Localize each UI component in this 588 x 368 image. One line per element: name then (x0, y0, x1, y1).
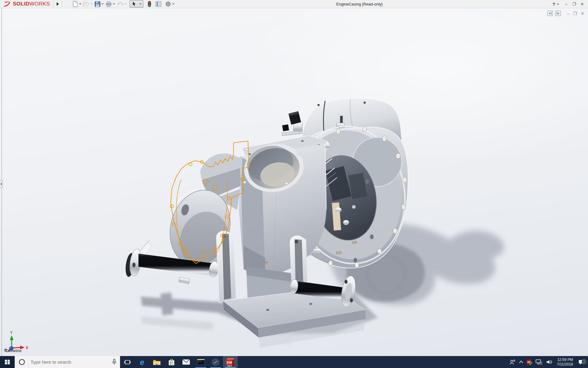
microphone-icon[interactable] (112, 359, 116, 365)
notification-badge: 3 (582, 359, 586, 364)
close-button[interactable]: ✕ (578, 2, 586, 6)
windows-logo-icon (5, 360, 10, 365)
hexagon-app-icon (212, 358, 220, 366)
taskbar-edge[interactable]: e (135, 356, 149, 368)
green-check-icon (529, 362, 533, 365)
taskbar-store[interactable] (164, 356, 179, 368)
appearance-stoplight-button[interactable] (148, 1, 151, 7)
properties-list-icon (156, 1, 161, 7)
solidworks-app-icon: SW 2017 (226, 358, 234, 366)
app-titlebar: SOLIDWORKS (0, 0, 588, 8)
network-icon[interactable] (536, 359, 542, 365)
brand-text: SOLIDWORKS (13, 1, 50, 7)
quick-toolbar (73, 0, 176, 8)
select-tool-button[interactable] (130, 0, 143, 8)
window-title: EngineCasing [Read-only] (336, 0, 383, 8)
file-explorer-icon (153, 359, 161, 365)
toolbar-flyout-button[interactable] (53, 1, 62, 7)
taskbar-mail[interactable] (179, 356, 194, 368)
restore-button[interactable]: ❐ (570, 2, 578, 6)
tray-expand-chevron-icon[interactable] (520, 360, 522, 364)
cortana-icon (19, 359, 25, 365)
new-document-icon (73, 1, 78, 7)
feature-panel-collapse-tab[interactable] (0, 180, 3, 188)
save-button[interactable] (95, 1, 104, 7)
open-button[interactable] (83, 1, 93, 7)
clock-date: 7/11/2018 (557, 362, 573, 366)
gear-icon (165, 1, 171, 7)
action-center-button[interactable]: 3 (576, 359, 586, 365)
people-icon[interactable] (509, 359, 515, 365)
solidworks-monitor-icon[interactable]: SW (527, 360, 531, 364)
store-icon (168, 358, 175, 366)
taskbar-solidworks[interactable]: SW 2017 (223, 356, 238, 368)
taskbar-command-prompt[interactable]: C:\_ (194, 356, 208, 368)
taskbar-hexagon-app[interactable] (208, 356, 223, 368)
graphics-viewport[interactable]: – ❐ ✕ Y X Z *Dimetric (0, 8, 588, 356)
stoplight-icon (148, 1, 151, 7)
minimize-button[interactable]: – (562, 2, 570, 6)
edge-icon: e (140, 358, 144, 366)
doc-minimize-button[interactable]: – (567, 11, 570, 16)
help-button[interactable]: ? (552, 2, 556, 7)
undo-arrow-icon (117, 1, 123, 7)
help-caret-icon[interactable] (557, 4, 559, 5)
print-icon (106, 1, 112, 7)
triad-y-label: Y (10, 331, 13, 335)
doc-close-button[interactable]: ✕ (581, 11, 584, 16)
document-window-controls: – ❐ ✕ (548, 11, 584, 16)
task-view-icon (124, 359, 131, 365)
3d-viewport-scene[interactable] (0, 8, 588, 356)
view-orientation-label: *Dimetric (4, 348, 22, 353)
open-folder-icon (83, 1, 89, 7)
task-view-button[interactable] (120, 356, 135, 368)
collapse-left-pane-button[interactable] (548, 11, 553, 16)
component-properties-button[interactable] (156, 1, 161, 7)
save-floppy-icon (95, 1, 100, 7)
triad-x-label: X (26, 346, 28, 350)
windows-taskbar: e C:\_ SW 2017 (0, 356, 588, 368)
search-input[interactable] (30, 356, 107, 368)
clock-time: 12:59 PM (557, 358, 573, 362)
print-button[interactable] (106, 1, 115, 7)
select-cursor-icon (131, 1, 137, 7)
doc-restore-button[interactable]: ❐ (573, 11, 577, 16)
taskbar-search[interactable] (15, 356, 120, 368)
orientation-triad: Y X Z (0, 321, 34, 352)
mail-icon (182, 359, 190, 365)
system-tray: SW 12:59 PM 7/11/2018 (507, 356, 588, 368)
ds-swoosh-icon (2, 1, 12, 7)
expand-right-pane-button[interactable] (556, 11, 561, 16)
solidworks-logo: SOLIDWORKS (2, 0, 50, 8)
new-document-button[interactable] (73, 1, 81, 7)
start-button[interactable] (0, 356, 15, 368)
taskbar-clock[interactable]: 12:59 PM 7/11/2018 (557, 358, 573, 367)
volume-icon[interactable] (546, 359, 552, 365)
undo-button[interactable] (117, 1, 126, 7)
taskbar-file-explorer[interactable] (149, 356, 164, 368)
command-prompt-icon: C:\_ (197, 359, 205, 365)
options-button[interactable] (165, 1, 175, 7)
